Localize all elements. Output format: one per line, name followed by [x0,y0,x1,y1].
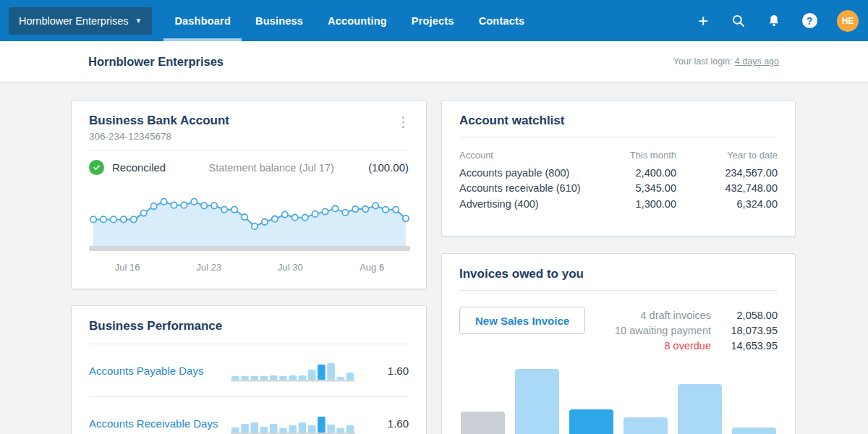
avatar[interactable]: HE [837,10,859,32]
help-icon[interactable]: ? [801,13,817,29]
bank-account-number: 306-234-12345678 [89,131,409,142]
page-title: Hornblower Enterprises [88,55,224,69]
account-watchlist-card: Account watchlist AccountThis monthYear … [441,100,796,237]
x-axis-label: Jul 16 [115,262,140,273]
invoices-card-title: Invoices owed to you [459,267,778,281]
last-login-link[interactable]: 4 days ago [735,56,779,67]
nav-item-contacts[interactable]: Contacts [467,0,537,41]
x-axis-label: Jul 23 [196,262,221,273]
x-axis-label: Jul 30 [278,262,303,273]
this-month-value: 2,400.00 [590,167,676,179]
chevron-down-icon: ▼ [135,17,142,25]
search-icon[interactable] [731,13,746,29]
this-month-value: 1,300.00 [590,198,676,210]
table-row: Accounts payable (800)2,400.00234,567.00 [459,165,778,181]
invoice-summary-value: 2,058.00 [711,310,778,321]
nav-item-dashboard[interactable]: Dashboard [162,0,243,41]
performance-value: 1.60 [375,417,409,430]
table-row: Advertising (400)1,300.006,324.00 [459,196,778,212]
performance-card-title: Business Performance [89,319,409,333]
invoice-bar[interactable] [678,384,722,434]
bank-chart-x-labels: Jul 16Jul 23Jul 30Aug 6 [89,259,409,278]
account-name[interactable]: Accounts receivable (610) [459,182,590,194]
org-selector[interactable]: Hornblower Enterprises ▼ [9,7,152,35]
year-to-date-value: 6,324.00 [676,198,778,210]
nav-items: DashboardBusinessAccountingProjectsConta… [162,0,537,41]
nav-item-accounting[interactable]: Accounting [315,0,399,41]
invoice-summary-value: 18,073.95 [711,325,778,336]
dashboard-main: Business Bank Account 306-234-12345678 ⋮… [0,82,868,434]
table-row: Accounts receivable (610)5,345.00432,748… [459,181,778,197]
column-header: Year to date [676,150,778,161]
page-header: Hornblower Enterprises Your last login: … [0,41,868,82]
invoice-summary-row: 10 awaiting payment18,073.95 [585,323,778,338]
invoice-summary-row: 8 overdue14,653.95 [585,338,778,353]
x-axis-label: Aug 6 [359,262,384,273]
invoice-summary-label[interactable]: 10 awaiting payment [615,325,711,336]
add-icon[interactable]: + [695,13,711,29]
performance-metric-link[interactable]: Accounts Payable Days [89,365,203,377]
kebab-menu-icon[interactable]: ⋮ [396,115,410,129]
year-to-date-value: 432,748.00 [676,182,778,194]
bank-account-card: Business Bank Account 306-234-12345678 ⋮… [71,100,427,289]
invoice-summary-label[interactable]: 4 draft invoices [640,310,711,321]
statement-balance-label: Statement balance (Jul 17) [166,162,368,174]
watchlist-card-title: Account watchlist [459,114,778,128]
reconciled-label: Reconciled [112,161,166,174]
account-name[interactable]: Accounts payable (800) [459,167,590,179]
invoice-bar[interactable] [732,427,776,434]
bell-icon[interactable] [766,13,782,29]
last-login: Your last login: 4 days ago [673,56,779,67]
performance-row: Accounts Receivable Days1.60 [72,397,426,434]
invoices-bar-chart[interactable] [461,369,776,434]
bank-card-title: Business Bank Account [89,114,409,128]
invoice-bar[interactable] [569,409,613,434]
check-icon [89,160,104,175]
invoice-bar[interactable] [624,417,668,434]
invoice-summary-label[interactable]: 8 overdue [665,340,712,352]
nav-item-projects[interactable]: Projects [399,0,467,41]
org-selector-label: Hornblower Enterprises [19,15,129,27]
watchlist-header-row: AccountThis monthYear to date [459,146,778,163]
performance-value: 1.60 [375,365,409,377]
nav-item-business[interactable]: Business [243,0,315,41]
this-month-value: 5,345.00 [590,182,676,194]
invoices-owed-card: Invoices owed to you New Sales Invoice 4… [441,253,796,434]
column-header: This month [590,150,676,161]
invoice-bar[interactable] [461,412,505,434]
column-header: Account [459,150,590,161]
business-performance-card: Business Performance Accounts Payable Da… [71,305,427,434]
sparkline-chart [231,359,355,382]
invoice-bar[interactable] [515,369,559,434]
bank-balance-chart[interactable] [72,184,426,255]
account-name[interactable]: Advertising (400) [459,198,590,210]
performance-row: Accounts Payable Days1.60 [72,344,426,396]
statement-balance-value: (100.00) [368,161,409,174]
year-to-date-value: 234,567.00 [676,167,778,179]
performance-metric-link[interactable]: Accounts Receivable Days [89,417,218,430]
invoice-summary-value: 14,653.95 [711,340,778,352]
top-nav: Hornblower Enterprises ▼ DashboardBusine… [0,0,868,41]
invoice-summary: 4 draft invoices2,058.0010 awaiting paym… [585,307,778,353]
watchlist-table: AccountThis monthYear to dateAccounts pa… [442,137,795,212]
new-sales-invoice-button[interactable]: New Sales Invoice [459,307,585,334]
reconciled-row: Reconciled Statement balance (Jul 17) (1… [72,151,426,184]
invoice-summary-row: 4 draft invoices2,058.00 [585,307,778,323]
sparkline-chart [231,412,355,434]
